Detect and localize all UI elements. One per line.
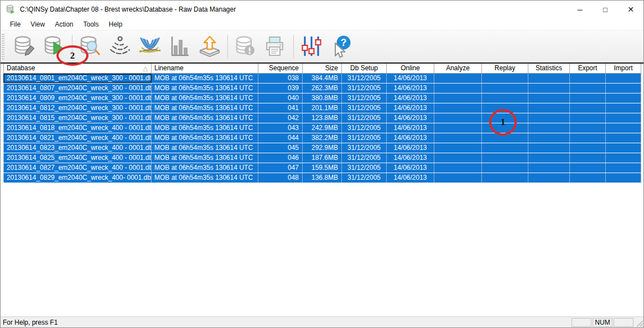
- table-cell[interactable]: 136.8MB: [303, 173, 342, 183]
- table-cell[interactable]: [528, 123, 570, 133]
- table-cell[interactable]: 14/06/2013: [387, 113, 434, 123]
- table-cell[interactable]: [528, 103, 570, 113]
- table-cell[interactable]: [606, 93, 641, 103]
- table-cell[interactable]: [570, 84, 606, 93]
- table-cell[interactable]: [528, 173, 570, 183]
- table-cell[interactable]: 14/06/2013: [387, 153, 434, 163]
- table-cell[interactable]: MOB at 06h54m35s 130614 UTC: [152, 173, 258, 183]
- table-cell[interactable]: [570, 93, 606, 103]
- multibeam-view-button[interactable]: [135, 33, 165, 60]
- table-cell[interactable]: [528, 163, 570, 173]
- table-cell[interactable]: 31/12/2005: [342, 84, 387, 93]
- table-cell[interactable]: [434, 84, 482, 93]
- column-header[interactable]: Export: [570, 64, 606, 74]
- table-cell[interactable]: [570, 103, 606, 113]
- table-cell[interactable]: [482, 74, 528, 83]
- table-cell[interactable]: 380.8MB: [303, 93, 342, 103]
- table-cell[interactable]: 20130614_0829_em2040C_wreck_400- 0001.db: [3, 173, 152, 183]
- table-cell[interactable]: [482, 93, 528, 103]
- table-cell[interactable]: [482, 153, 528, 163]
- table-cell[interactable]: [606, 113, 641, 123]
- column-header[interactable]: Analyze: [434, 64, 482, 74]
- table-cell[interactable]: 046: [258, 153, 303, 163]
- table-cell[interactable]: [570, 163, 606, 173]
- table-cell[interactable]: 14/06/2013: [387, 133, 434, 143]
- table-cell[interactable]: [482, 84, 528, 93]
- table-row[interactable]: 20130614_0801_em2040C_wreck_300 - 0001.d…: [3, 74, 643, 84]
- table-row[interactable]: 20130614_0827_em2040C_wreck_400 - 0001.d…: [3, 163, 643, 173]
- resize-grip[interactable]: [635, 317, 643, 327]
- toolbar-grip[interactable]: [2, 34, 4, 59]
- print-button[interactable]: [261, 33, 290, 60]
- table-cell[interactable]: 159.5MB: [303, 163, 342, 173]
- edit-database-button[interactable]: [9, 33, 39, 60]
- table-cell[interactable]: [606, 133, 641, 143]
- database-info-button[interactable]: [231, 33, 261, 60]
- settings-button[interactable]: [297, 33, 326, 60]
- table-cell[interactable]: 20130614_0815_em2040C_wreck_300 - 0001.d…: [3, 113, 152, 123]
- table-cell[interactable]: MOB at 06h54m35s 130614 UTC: [152, 133, 258, 143]
- maximize-button[interactable]: □: [593, 1, 618, 18]
- table-cell[interactable]: 31/12/2005: [342, 163, 387, 173]
- table-cell[interactable]: [570, 153, 606, 163]
- table-cell[interactable]: 31/12/2005: [342, 93, 387, 103]
- table-cell[interactable]: [434, 113, 482, 123]
- table-cell[interactable]: MOB at 06h54m35s 130614 UTC: [152, 113, 258, 123]
- table-cell[interactable]: 31/12/2005: [342, 133, 387, 143]
- table-cell[interactable]: 14/06/2013: [387, 74, 434, 83]
- table-cell[interactable]: MOB at 06h54m35s 130614 UTC: [152, 103, 258, 113]
- table-cell[interactable]: [606, 84, 641, 93]
- menu-action[interactable]: Action: [50, 19, 78, 29]
- table-cell[interactable]: 041: [258, 103, 303, 113]
- table-cell[interactable]: [482, 173, 528, 183]
- close-button[interactable]: ✕: [618, 1, 643, 18]
- table-cell[interactable]: [482, 163, 528, 173]
- menu-view[interactable]: View: [25, 19, 50, 29]
- table-cell[interactable]: [434, 153, 482, 163]
- table-cell[interactable]: [434, 143, 482, 153]
- table-cell[interactable]: 044: [258, 133, 303, 143]
- table-cell[interactable]: [434, 123, 482, 133]
- context-help-button[interactable]: ?: [326, 33, 356, 60]
- table-cell[interactable]: 31/12/2005: [342, 103, 387, 113]
- table-cell[interactable]: MOB at 06h54m35s 130614 UTC: [152, 143, 258, 153]
- table-row[interactable]: 20130614_0821_em2040C_wreck_400 - 0001.d…: [3, 133, 643, 143]
- table-cell[interactable]: [570, 133, 606, 143]
- table-cell[interactable]: 384.4MB: [303, 74, 342, 83]
- menu-tools[interactable]: Tools: [79, 19, 104, 29]
- table-cell[interactable]: [606, 143, 641, 153]
- table-cell[interactable]: [528, 93, 570, 103]
- column-header[interactable]: Import: [606, 64, 641, 74]
- statistics-button[interactable]: [165, 33, 195, 60]
- table-cell[interactable]: 382.2MB: [303, 133, 342, 143]
- table-cell[interactable]: 039: [258, 84, 303, 93]
- table-cell[interactable]: MOB at 06h54m35s 130614 UTC: [152, 163, 258, 173]
- column-header[interactable]: Size: [303, 64, 342, 74]
- table-cell[interactable]: 14/06/2013: [387, 163, 434, 173]
- table-cell[interactable]: 20130614_0801_em2040C_wreck_300 - 0001.d…: [3, 74, 152, 83]
- column-header[interactable]: Replay: [482, 64, 528, 74]
- table-cell[interactable]: 123.8MB: [303, 113, 342, 123]
- table-cell[interactable]: [528, 133, 570, 143]
- table-cell[interactable]: [570, 143, 606, 153]
- table-cell[interactable]: 31/12/2005: [342, 153, 387, 163]
- table-cell[interactable]: [482, 143, 528, 153]
- table-cell[interactable]: [434, 133, 482, 143]
- minimize-button[interactable]: ─: [567, 1, 593, 18]
- table-cell[interactable]: [528, 153, 570, 163]
- table-cell[interactable]: [606, 173, 641, 183]
- table-cell[interactable]: [606, 153, 641, 163]
- table-row[interactable]: 20130614_0823_em2040C_wreck_400 - 0001.d…: [3, 143, 643, 153]
- table-cell[interactable]: MOB at 06h54m35s 130614 UTC: [152, 74, 258, 83]
- table-row[interactable]: 20130614_0809_em2040C_wreck_300 - 0001.d…: [3, 93, 643, 103]
- table-cell[interactable]: 043: [258, 123, 303, 133]
- column-header[interactable]: Db Setup: [342, 64, 387, 74]
- table-cell[interactable]: [434, 163, 482, 173]
- table-cell[interactable]: [606, 103, 641, 113]
- table-cell[interactable]: [606, 123, 641, 133]
- table-row[interactable]: 20130614_0807_em2040C_wreck_300 - 0001.d…: [3, 84, 643, 93]
- table-cell[interactable]: 14/06/2013: [387, 103, 434, 113]
- table-cell[interactable]: MOB at 06h54m35s 130614 UTC: [152, 84, 258, 93]
- table-cell[interactable]: [528, 143, 570, 153]
- table-cell[interactable]: [606, 74, 641, 83]
